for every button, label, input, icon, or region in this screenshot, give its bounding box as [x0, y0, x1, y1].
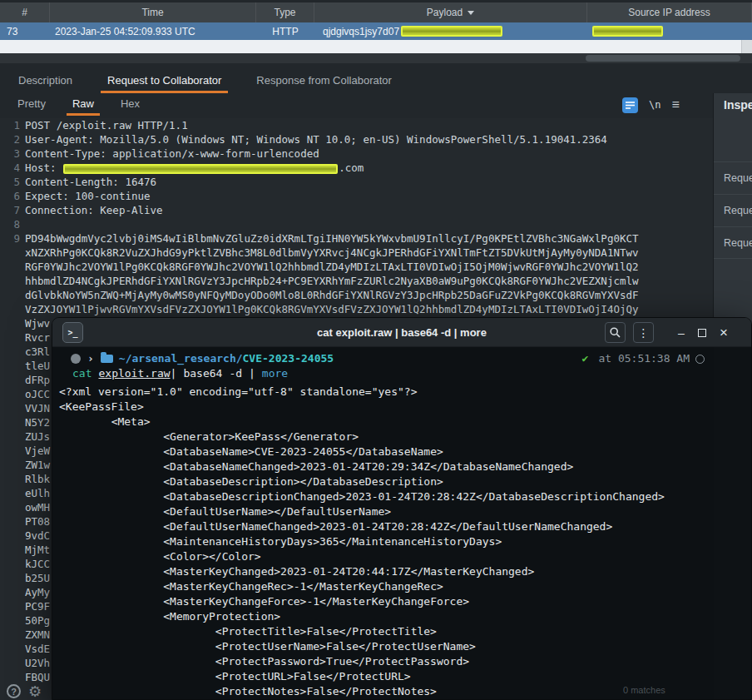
tab-description[interactable]: Description [12, 72, 79, 93]
editor-row: 7 Connection: Keep-Alive [0, 203, 714, 217]
xml-output-line: <Generator>KeePass</Generator> [59, 429, 751, 444]
base64-line-text: VzZXJOYW1lPjwvRGVmYXVsdFVzZXJOYW1lPg0KCQ… [25, 302, 639, 316]
payload-id-text: qjdgivqs1jsy7d07 [323, 26, 399, 37]
column-header-time[interactable]: Time [50, 2, 256, 22]
detail-tab-bar: Description Request to Collaborator Resp… [0, 72, 398, 93]
maximize-icon[interactable] [698, 329, 706, 337]
base64-line-text: N5Y2 [25, 415, 50, 429]
search-icon[interactable] [605, 322, 626, 343]
prompt-path-cve-dir: CVE-2023-24055 [243, 351, 334, 366]
line-number: 9 [0, 231, 25, 246]
show-newlines-toggle[interactable]: \n [649, 99, 660, 111]
horizontal-scrollbar-thumb[interactable] [586, 55, 740, 62]
editor-row: dGlvbkNoYW5nZWQ+MjAyMy0wMS0yNFQyMDoyODo0… [0, 288, 714, 302]
collaborator-table-header: # Time Type Payload Source IP address [0, 2, 752, 22]
inspector-section-item[interactable]: Request A [714, 161, 752, 194]
line-number [0, 359, 25, 373]
line-number [0, 387, 25, 401]
inspector-section-item[interactable]: Request [714, 194, 752, 226]
column-header-type[interactable]: Type [256, 2, 314, 22]
column-header-payload[interactable]: Payload [314, 2, 587, 22]
line-number [0, 316, 25, 330]
line-number [0, 670, 25, 684]
editor-row: 3 Content-Type: application/x-www-form-u… [0, 146, 714, 161]
sort-descending-icon [468, 11, 474, 15]
inspector-title: Inspector [714, 93, 752, 112]
close-icon[interactable]: × [716, 325, 731, 341]
exit-status-check-icon: ✔ [582, 351, 589, 366]
column-header-number[interactable]: # [0, 2, 50, 22]
base64-line-text: PD94bWwgdmVyc2lvbj0iMS4wIiBlbmNvZGluZz0i… [25, 231, 639, 246]
shell-icon [71, 354, 81, 364]
inspector-sections: Request A Request Request [714, 161, 752, 259]
base64-line-text: oJCC [25, 387, 50, 401]
line-number [0, 642, 25, 656]
table-vertical-scrollbar[interactable] [741, 40, 752, 53]
tab-hex[interactable]: Hex [115, 96, 146, 116]
line-number [0, 458, 25, 472]
editor-row: 1 POST /exploit.raw HTTP/1.1 [0, 118, 714, 132]
line-number [0, 373, 25, 387]
kebab-menu-icon[interactable]: ⋮ [633, 322, 654, 343]
line-number [0, 260, 25, 274]
prompt-timestamp: at 05:51:38 AM [598, 351, 690, 366]
word-wrap-icon[interactable] [622, 97, 638, 113]
base64-line-text: ZXMN [25, 628, 50, 642]
base64-line-text: b25U [25, 571, 50, 585]
redacted-host-highlight [63, 164, 338, 174]
base64-line-text: eUlh [25, 486, 50, 500]
base64-line-text: hhbmdlZD4NCgkJPERhdGFiYXNlRGVzY3JpcHRpb2… [25, 274, 639, 288]
settings-gear-icon[interactable]: ⚙ [28, 683, 42, 700]
tab-request-to-collaborator[interactable]: Request to Collaborator [101, 72, 228, 93]
row-payload-cell: qjdgivqs1jsy7d07 [314, 22, 587, 40]
editor-row-host: 4 Host: .com [0, 161, 714, 175]
editor-row: 2 User-Agent: Mozilla/5.0 (Windows NT; W… [0, 132, 714, 146]
minimize-icon[interactable]: – [674, 326, 689, 340]
line-number [0, 415, 25, 429]
line-number [0, 543, 25, 557]
line-number [0, 429, 25, 444]
line-number [0, 656, 25, 670]
column-header-source-ip[interactable]: Source IP address [587, 2, 752, 22]
line-number [0, 628, 25, 642]
base64-line-text: MjMt [25, 543, 50, 557]
redacted-source-ip-highlight [592, 26, 663, 37]
terminal-titlebar[interactable]: >_ cat exploit.raw | base64 -d | more ⋮ … [52, 318, 751, 347]
xml-output-line: <DatabaseNameChanged>2023-01-24T20:29:34… [59, 459, 751, 474]
line-number [0, 571, 25, 585]
base64-line-text: VjeW [25, 444, 50, 458]
terminal-window[interactable]: >_ cat exploit.raw | base64 -d | more ⋮ … [52, 317, 752, 700]
base64-line-text: dFRp [25, 373, 50, 387]
line-number [0, 274, 25, 288]
xml-output-line: <?xml version="1.0" encoding="utf-8" sta… [59, 385, 751, 400]
shell-prompt: › ~/arsenal_research/ CVE-2023-24055 ✔ a… [59, 351, 751, 366]
tab-raw[interactable]: Raw [67, 96, 100, 116]
base64-line-text: Rlbk [25, 472, 50, 486]
editor-menu-icon[interactable]: ≡ [671, 97, 679, 112]
terminal-body[interactable]: › ~/arsenal_research/ CVE-2023-24055 ✔ a… [52, 347, 751, 699]
tab-pretty[interactable]: Pretty [12, 96, 52, 116]
payload-header-label: Payload [427, 7, 463, 18]
line-number [0, 444, 25, 458]
line-number [0, 585, 25, 599]
editor-row: 9 PD94bWwgdmVyc2lvbj0iMS4wIiBlbmNvZGluZz… [0, 231, 714, 246]
table-horizontal-scrollbar[interactable] [0, 53, 752, 63]
burp-collaborator-screen: # Time Type Payload Source IP address 73… [0, 0, 752, 700]
row-number-cell: 73 [0, 22, 50, 40]
base64-line-text: ZW1w [25, 458, 50, 472]
xml-output-line: <DatabaseDescriptionChanged>2023-01-24T2… [59, 489, 751, 504]
help-icon[interactable]: ? [7, 684, 21, 698]
line-number [0, 500, 25, 514]
host-suffix: .com [339, 161, 364, 174]
line-number: 3 [0, 146, 25, 161]
line-number: 8 [0, 217, 25, 231]
tab-response-from-collaborator[interactable]: Response from Collaborator [250, 72, 398, 93]
folder-icon [101, 355, 113, 363]
request-line-text: Content-Type: application/x-www-form-url… [25, 146, 319, 161]
editor-row-blank: 8 [0, 217, 714, 231]
collaborator-interaction-row[interactable]: 73 2023-Jan-25 04:52:09.933 UTC HTTP qjd… [0, 22, 752, 40]
xml-output-line: <Meta> [59, 415, 751, 429]
base64-line-text: PT08 [25, 514, 50, 529]
editor-view-tabs: Pretty Raw Hex [0, 96, 146, 116]
inspector-section-item[interactable]: Request [714, 226, 752, 259]
